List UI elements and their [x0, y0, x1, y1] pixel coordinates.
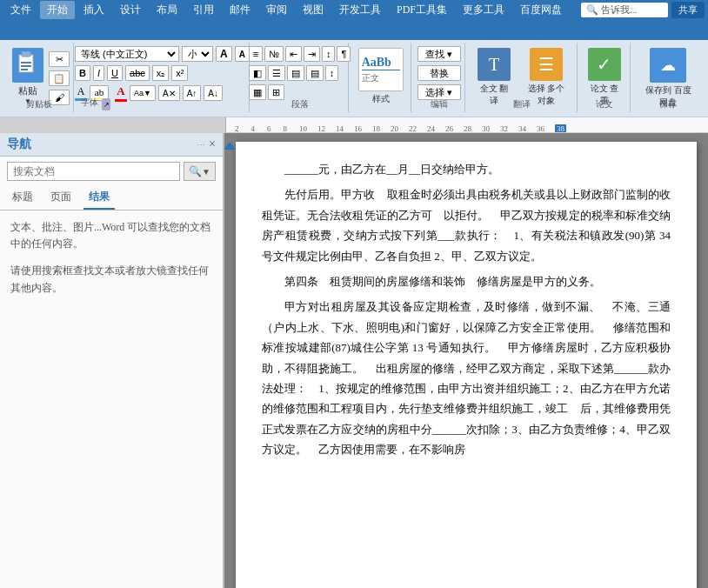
search-icon: 🔍 — [586, 4, 598, 16]
nav-tab-title[interactable]: 标题 — [7, 186, 38, 210]
clipboard-small-btns: ✂ 📋 🖌 — [49, 51, 70, 105]
subscript-button[interactable]: x₂ — [152, 65, 170, 81]
sort-button[interactable]: ↕ — [322, 46, 336, 62]
menu-view[interactable]: 视图 — [296, 1, 331, 19]
font-name-select[interactable]: 等线 (中文正文) — [75, 46, 179, 62]
tell-me-box[interactable]: 🔍 告诉我... — [581, 3, 668, 17]
menu-reference[interactable]: 引用 — [186, 1, 221, 19]
menu-start[interactable]: 开始 — [40, 1, 75, 19]
menu-insert[interactable]: 插入 — [77, 1, 111, 19]
styles-group: AaBb 正文 样式 — [351, 43, 411, 112]
align-center-button[interactable]: ☰ — [268, 65, 285, 81]
underline-button[interactable]: U — [107, 65, 123, 81]
styles-icon: AaBb 正文 — [358, 48, 404, 91]
tell-me-text: 告诉我... — [601, 3, 637, 17]
paste-label: 粘贴 — [18, 84, 37, 97]
cut-button[interactable]: ✂ — [49, 51, 70, 67]
strikethrough-button[interactable]: abc — [125, 65, 150, 81]
font-aa-button[interactable]: A↑ — [183, 85, 202, 101]
styles-label: 样式 — [372, 93, 390, 105]
nav-search-row: 🔍 ▼ — [0, 157, 223, 186]
nav-tab-results[interactable]: 结果 — [83, 186, 115, 210]
menu-mail[interactable]: 邮件 — [223, 1, 257, 19]
doc-area[interactable]: ______元，由乙方在__月__日交纳给甲方。 先付后用。甲方收 取租金时必须… — [224, 133, 708, 588]
doc-container: ______元，由乙方在__月__日交纳给甲方。 先付后用。甲方收 取租金时必须… — [236, 142, 697, 579]
menu-file[interactable]: 文件 — [3, 1, 38, 19]
align-left-button[interactable]: ◧ — [249, 65, 266, 81]
page-top-indicator — [224, 142, 236, 150]
nav-expand-icon[interactable]: ⋯ — [197, 140, 205, 150]
search-icon: 🔍 — [189, 165, 202, 178]
bullets-button[interactable]: ≡ — [249, 46, 263, 62]
svg-rect-4 — [21, 69, 28, 70]
align-right-button[interactable]: ▤ — [287, 65, 304, 81]
ruler-right-area: 2 4 6 8 10 12 14 16 18 20 22 24 26 28 30… — [226, 117, 708, 133]
share-button[interactable]: 共享 — [671, 2, 705, 18]
svg-rect-3 — [21, 65, 31, 67]
replace-button[interactable]: 替换 — [417, 65, 461, 81]
justify-button[interactable]: ▤ — [306, 65, 324, 81]
para-row1: ≡ № ⇤ ⇥ ↕ ¶ — [249, 46, 351, 62]
font-aa2-button[interactable]: A↓ — [204, 85, 223, 101]
line-spacing-button[interactable]: ↕ — [325, 65, 339, 81]
para-row2: ◧ ☰ ▤ ▤ ↕ — [249, 65, 339, 81]
doc-para-4: 甲方对出租房屋及其设备应定期检查，及时修缮，做到不漏、 不淹、三通（户内上水、下… — [262, 297, 671, 459]
svg-rect-2 — [21, 62, 31, 63]
font-expand-icon[interactable]: ↗ — [102, 98, 110, 110]
find-button[interactable]: 查找 ▾ — [417, 46, 461, 62]
ribbon-tabs — [0, 19, 708, 40]
font-row1: 等线 (中文正文) 小四 A A — [75, 46, 250, 62]
menu-items: 文件 开始 插入 设计 布局 引用 邮件 审阅 视图 开发工具 PDF工具集 更… — [3, 1, 581, 19]
menu-dev[interactable]: 开发工具 — [332, 1, 388, 19]
show-para-button[interactable]: ¶ — [337, 46, 351, 62]
select-multi-icon: ☰ — [530, 48, 563, 81]
font-group: 等线 (中文正文) 小四 A A B I U abc x₂ x² — [76, 43, 250, 112]
clear-format-button[interactable]: A✕ — [158, 85, 180, 101]
nav-body-text1: 文本、批注、图片...Word 可以查找您的文档中的任何内容。 — [10, 219, 212, 252]
menu-design[interactable]: 设计 — [113, 1, 148, 19]
superscript-button[interactable]: x² — [171, 65, 188, 81]
font-row2: B I U abc x₂ x² — [75, 65, 188, 81]
paragraph-group: ≡ № ⇤ ⇥ ↕ ¶ ◧ ☰ ▤ ▤ ↕ ▦ ⊞ — [251, 43, 349, 112]
menu-bar: 文件 开始 插入 设计 布局 引用 邮件 审阅 视图 开发工具 PDF工具集 更… — [0, 0, 708, 19]
font-label: 字体 — [79, 97, 100, 109]
nav-title: 导航 — [7, 137, 31, 152]
font-size-select[interactable]: 小四 — [182, 46, 213, 62]
numbering-button[interactable]: № — [264, 46, 284, 62]
ruler-left-margin — [0, 117, 226, 133]
font-grow-button[interactable]: A — [216, 46, 232, 62]
indent-increase-button[interactable]: ⇥ — [304, 46, 320, 62]
nav-tabs: 标题 页面 结果 — [0, 186, 223, 210]
edit-label: 编辑 — [413, 98, 464, 110]
nav-search-button[interactable]: 🔍 ▼ — [184, 162, 216, 181]
menu-more[interactable]: 更多工具 — [456, 1, 511, 19]
nav-header: 导航 ⋯ × — [0, 133, 223, 157]
save-group: ☁ 保存到 百度网盘 保存 — [632, 43, 705, 112]
menu-baidu[interactable]: 百度网盘 — [513, 1, 569, 19]
italic-button[interactable]: I — [93, 65, 104, 81]
nav-tab-page[interactable]: 页面 — [45, 186, 77, 210]
clipboard-group: 粘贴 ▼ ✂ 📋 🖌 剪贴板 — [3, 43, 74, 112]
svg-rect-1 — [22, 51, 30, 57]
menu-review[interactable]: 审阅 — [259, 1, 294, 19]
styles-button[interactable]: AaBb 正文 样式 — [353, 46, 409, 107]
nav-close-button[interactable]: × — [209, 137, 216, 151]
menu-bar-right: 🔍 告诉我... 共享 — [581, 2, 705, 18]
save-baidu-icon: ☁ — [650, 48, 686, 83]
menu-layout[interactable]: 布局 — [150, 1, 184, 19]
font-color-button[interactable]: A — [115, 84, 127, 102]
font-expand-button[interactable]: Aa▼ — [130, 85, 156, 101]
bold-button[interactable]: B — [75, 65, 90, 81]
doc-para-2: 先付后用。甲方收 取租金时必须出具由税务机关或县以上财政部门监制的收租凭证。无合… — [262, 184, 671, 266]
font-shrink-button[interactable]: A — [235, 46, 250, 62]
paste-icon — [12, 48, 43, 83]
new-group: ✓ 论文 查重 论文 — [579, 43, 631, 112]
nav-search-input[interactable] — [7, 162, 180, 181]
translate-group: T 全文 翻译 ☰ 选择 多个对象 翻译 — [467, 43, 578, 112]
save-content: ☁ 保存到 百度网盘 — [638, 43, 699, 123]
indent-decrease-button[interactable]: ⇤ — [285, 46, 302, 62]
doc-para-3: 第四条 租赁期间的房屋修缮和装饰 修缮房屋是甲方的义务。 — [262, 271, 671, 291]
paper-check-icon: ✓ — [588, 48, 621, 81]
menu-pdf[interactable]: PDF工具集 — [390, 1, 454, 19]
copy-button[interactable]: 📋 — [49, 70, 70, 86]
